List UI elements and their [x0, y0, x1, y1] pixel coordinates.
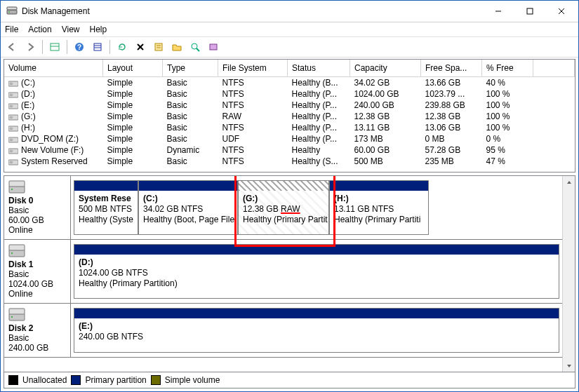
- table-row[interactable]: (D:)SimpleBasicNTFSHealthy (P...1024.00 …: [4, 88, 575, 100]
- disk-header[interactable]: Disk 1Basic1024.00 GBOnline: [4, 240, 71, 303]
- disk-name: Disk 2: [8, 323, 33, 333]
- col-layout[interactable]: Layout: [103, 60, 163, 77]
- partition-cap: [74, 245, 559, 255]
- svg-line-20: [197, 48, 199, 51]
- table-row[interactable]: DVD_ROM (Z:)SimpleBasicUDFHealthy (P...1…: [4, 133, 575, 144]
- scroll-up-button[interactable]: [563, 176, 575, 188]
- menu-action[interactable]: Action: [28, 25, 51, 34]
- partition[interactable]: (H:)13.11 GB NTFSHealthy (Primary Partit…: [329, 180, 429, 235]
- svg-point-46: [11, 316, 13, 318]
- disk-row[interactable]: Disk 0Basic60.00 GBOnlineSystem Rese500 …: [4, 176, 562, 240]
- partition-size: 12.38 GB RAW: [243, 204, 300, 214]
- disk-size: 60.00 GB: [8, 215, 44, 225]
- column-header-row: Volume Layout Type File System Status Ca…: [4, 60, 575, 77]
- col-type[interactable]: Type: [163, 60, 218, 77]
- partition-size: 500 MB NTFS: [79, 204, 132, 214]
- partition[interactable]: (G:)12.38 GB RAWHealthy (Primary Partit: [238, 180, 329, 235]
- svg-rect-42: [9, 245, 25, 250]
- table-row[interactable]: (E:)SimpleBasicNTFSHealthy (P...240.00 G…: [4, 100, 575, 111]
- disk-row[interactable]: Disk 1Basic1024.00 GBOnline(D:)1024.00 G…: [4, 240, 562, 304]
- partition[interactable]: System Rese500 MB NTFSHealthy (Syste: [74, 180, 138, 235]
- table-row[interactable]: (C:)SimpleBasicNTFSHealthy (B...34.02 GB…: [4, 77, 575, 89]
- col-free[interactable]: Free Spa...: [421, 60, 482, 77]
- partition-title: (G:): [243, 194, 258, 203]
- settings-list-button[interactable]: [89, 39, 106, 55]
- svg-point-37: [10, 162, 13, 164]
- partition-status: Healthy (Syste: [79, 215, 133, 224]
- drive-icon: [8, 158, 18, 165]
- help-button[interactable]: ?: [71, 39, 88, 55]
- svg-point-31: [10, 128, 13, 130]
- partition-size: 13.11 GB NTFS: [334, 204, 394, 214]
- action-center-button[interactable]: [205, 39, 222, 55]
- svg-point-43: [11, 252, 13, 254]
- menu-file[interactable]: File: [5, 25, 18, 34]
- svg-rect-1: [7, 7, 17, 10]
- svg-point-25: [10, 95, 13, 97]
- partition-body: System Rese500 MB NTFSHealthy (Syste: [74, 191, 138, 234]
- svg-rect-45: [9, 309, 25, 314]
- table-row[interactable]: (G:)SimpleBasicRAWHealthy (P...12.38 GB1…: [4, 111, 575, 122]
- partition-title: System Rese: [79, 194, 131, 203]
- drive-icon: [8, 135, 18, 143]
- partition-status: Healthy (Primary Partition): [79, 278, 178, 288]
- disk-header[interactable]: Disk 2Basic240.00 GB: [4, 304, 71, 357]
- volume-list-pane[interactable]: Volume Layout Type File System Status Ca…: [4, 59, 575, 173]
- drive-icon: [8, 79, 18, 87]
- disk-status: Online: [8, 225, 33, 235]
- col-pct[interactable]: % Free: [482, 60, 533, 77]
- partition-body: (C:)34.02 GB NTFSHealthy (Boot, Page Fil…: [139, 191, 237, 234]
- disk-management-window: Disk Management File Action View Help ?: [0, 0, 579, 392]
- partition-title: (E:): [79, 321, 93, 331]
- minimize-button[interactable]: [482, 1, 514, 21]
- partition[interactable]: (E:)240.00 GB NTFS: [74, 308, 559, 353]
- table-row[interactable]: System ReservedSimpleBasicNTFSHealthy (S…: [4, 156, 575, 167]
- legend-swatch-primary: [71, 375, 81, 385]
- col-volume[interactable]: Volume: [4, 60, 103, 77]
- svg-rect-16: [155, 43, 162, 50]
- refresh-button[interactable]: [114, 39, 131, 55]
- partition-body: (G:)12.38 GB RAWHealthy (Primary Partit: [239, 191, 328, 234]
- find-button[interactable]: [187, 39, 204, 55]
- drive-icon: [8, 90, 18, 98]
- col-capacity[interactable]: Capacity: [350, 60, 421, 77]
- partition-cap: [330, 181, 428, 191]
- toolbar-divider: [67, 40, 67, 54]
- delete-button[interactable]: [132, 39, 149, 55]
- partition-body: (H:)13.11 GB NTFSHealthy (Primary Partit…: [330, 191, 428, 234]
- disk-row[interactable]: Disk 2Basic240.00 GB(E:)240.00 GB NTFS: [4, 304, 562, 358]
- close-button[interactable]: [545, 1, 577, 21]
- forward-button[interactable]: [22, 39, 39, 55]
- partition[interactable]: (C:)34.02 GB NTFSHealthy (Boot, Page Fil…: [138, 180, 238, 235]
- table-row[interactable]: (H:)SimpleBasicNTFSHealthy (P...13.11 GB…: [4, 122, 575, 133]
- svg-point-29: [10, 117, 13, 119]
- col-fs[interactable]: File System: [218, 60, 288, 77]
- disk-map-pane[interactable]: Disk 0Basic60.00 GBOnlineSystem Rese500 …: [4, 175, 575, 372]
- partition-cap: [139, 181, 237, 191]
- back-button[interactable]: [4, 39, 20, 55]
- legend-swatch-simple: [151, 375, 161, 385]
- scroll-down-button[interactable]: [563, 360, 575, 372]
- partition-status: Healthy (Primary Partiti: [334, 215, 420, 224]
- svg-rect-21: [210, 44, 217, 50]
- vertical-scrollbar[interactable]: [562, 176, 575, 372]
- open-folder-button[interactable]: [168, 39, 185, 55]
- show-hide-console-button[interactable]: [46, 39, 63, 55]
- disk-type: Basic: [8, 269, 29, 279]
- volume-table: Volume Layout Type File System Status Ca…: [4, 60, 575, 167]
- table-row[interactable]: New Volume (F:)SimpleDynamicNTFSHealthy6…: [4, 144, 575, 156]
- drive-icon: [8, 102, 18, 109]
- partition-size: 34.02 GB NTFS: [143, 204, 203, 214]
- maximize-button[interactable]: [514, 1, 545, 21]
- svg-point-40: [11, 189, 13, 190]
- partition[interactable]: (D:)1024.00 GB NTFSHealthy (Primary Part…: [74, 244, 559, 299]
- menu-help[interactable]: Help: [90, 25, 107, 34]
- disk-partitions: (D:)1024.00 GB NTFSHealthy (Primary Part…: [71, 240, 562, 303]
- col-spacer: [533, 60, 575, 77]
- properties-button[interactable]: [150, 39, 167, 55]
- menu-view[interactable]: View: [62, 25, 80, 34]
- disk-header[interactable]: Disk 0Basic60.00 GBOnline: [4, 176, 71, 239]
- titlebar[interactable]: Disk Management: [1, 1, 578, 22]
- content-area: Volume Layout Type File System Status Ca…: [1, 58, 578, 391]
- col-status[interactable]: Status: [288, 60, 350, 77]
